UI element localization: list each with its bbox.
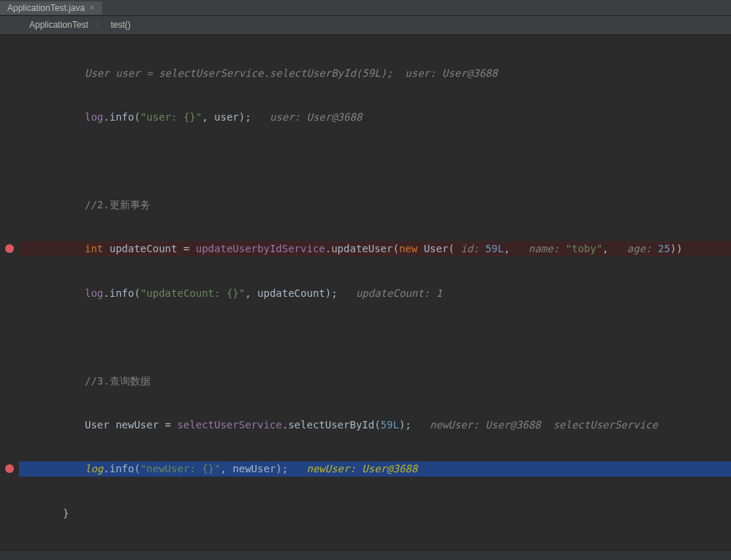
breadcrumb-class[interactable]: ApplicationTest (29, 20, 88, 30)
editor-tab[interactable]: ApplicationTest.java ✕ (0, 1, 102, 15)
code-editor[interactable]: User user = selectUserService.selectUser… (0, 35, 731, 550)
breakpoint-icon[interactable] (5, 244, 14, 253)
breadcrumb-sep: 〉 (91, 20, 108, 30)
breakpoint-icon[interactable] (5, 464, 14, 473)
editor-divider (0, 550, 731, 560)
breadcrumb: ApplicationTest 〉 test() (0, 16, 731, 35)
close-icon[interactable]: ✕ (89, 4, 95, 12)
tab-label: ApplicationTest.java (7, 3, 85, 13)
ide-tab-bar: ApplicationTest.java ✕ (0, 0, 731, 16)
breadcrumb-method[interactable]: test() (110, 20, 130, 30)
